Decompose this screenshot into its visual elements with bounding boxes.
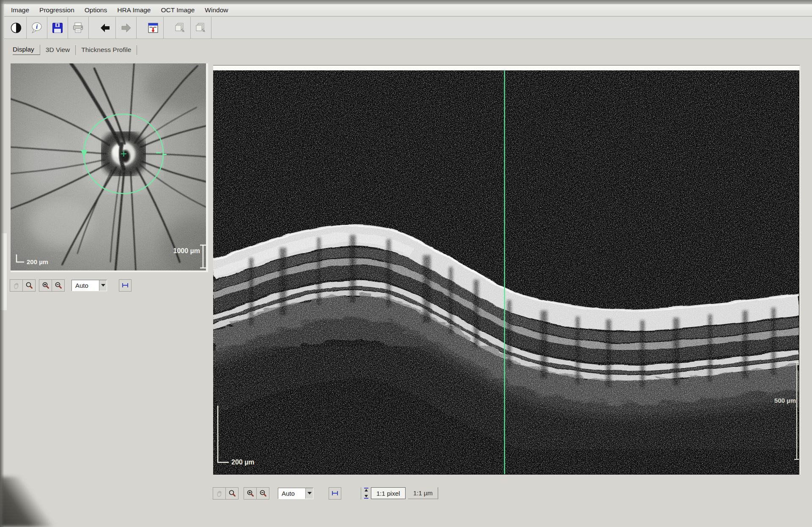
monitor-bezel-top bbox=[0, 0, 812, 4]
oct-zoom-mode-dropdown[interactable]: Auto bbox=[278, 488, 313, 499]
toolbar-separator bbox=[137, 17, 143, 38]
forward-arrow-icon bbox=[119, 21, 133, 35]
fundus-image[interactable]: 200 µm 1000 µm bbox=[11, 63, 206, 270]
info-icon: i bbox=[30, 21, 44, 35]
fundus-image-panel[interactable]: 200 µm 1000 µm bbox=[11, 63, 208, 272]
toolbar-separator bbox=[164, 17, 170, 38]
copy-stack-button-2[interactable] bbox=[191, 17, 211, 38]
dropdown-arrow-button[interactable] bbox=[99, 280, 107, 291]
fundus-zoom-button[interactable] bbox=[22, 279, 36, 292]
oct-scale-vertical-label: 500 µm bbox=[774, 397, 796, 404]
oct-zoom-in-button[interactable] bbox=[244, 487, 257, 500]
oct-image-panel[interactable]: 500 µm 200 µm bbox=[213, 65, 801, 475]
acquisition-window-icon bbox=[146, 21, 160, 35]
application-window: Image Progression Options HRA Image OCT … bbox=[0, 0, 812, 527]
monitor-corner-shadow bbox=[0, 477, 55, 527]
oct-zoom-mode-value: Auto bbox=[278, 488, 305, 499]
back-arrow-icon bbox=[99, 21, 112, 35]
info-button[interactable]: i bbox=[27, 17, 47, 38]
contrast-button[interactable] bbox=[6, 17, 27, 38]
forward-button[interactable] bbox=[116, 17, 137, 38]
chevron-down-icon bbox=[307, 492, 312, 494]
menu-window[interactable]: Window bbox=[205, 6, 228, 14]
menu-progression[interactable]: Progression bbox=[39, 6, 74, 14]
copy-stack-icon bbox=[194, 21, 208, 35]
fundus-scale-vertical-label: 1000 µm bbox=[173, 247, 200, 254]
oct-vertical-fit-button[interactable] bbox=[361, 487, 371, 500]
zoom-in-icon bbox=[41, 281, 50, 289]
toolbar: i bbox=[4, 17, 812, 39]
fundus-horizontal-fit-button[interactable] bbox=[119, 279, 132, 292]
dropdown-arrow-button[interactable] bbox=[305, 488, 313, 499]
one-to-one-pixel-button[interactable]: 1:1 pixel bbox=[371, 487, 406, 499]
tab-3d-view[interactable]: 3D View bbox=[40, 45, 76, 55]
toolbar-separator bbox=[89, 17, 95, 38]
tab-bar: Display 3D View Thickness Profile bbox=[4, 43, 137, 57]
fundus-scale-horizontal-label: 200 µm bbox=[27, 258, 48, 265]
fundus-zoom-in-button[interactable] bbox=[39, 279, 52, 292]
fundus-zoom-mode-value: Auto bbox=[72, 280, 99, 291]
oct-horizontal-fit-button[interactable] bbox=[329, 487, 341, 500]
menu-oct-image[interactable]: OCT Image bbox=[161, 6, 195, 14]
save-button[interactable] bbox=[47, 17, 68, 38]
back-button[interactable] bbox=[95, 17, 116, 38]
zoom-icon bbox=[25, 281, 33, 289]
oct-zoom-controls: Auto 1:1 pixel 1:1 µm bbox=[213, 487, 438, 500]
menu-hra-image[interactable]: HRA Image bbox=[117, 6, 151, 14]
acquisition-window-button[interactable] bbox=[143, 17, 164, 38]
print-button[interactable] bbox=[68, 17, 89, 38]
chevron-down-icon bbox=[101, 284, 105, 287]
oct-zoom-out-button[interactable] bbox=[256, 487, 269, 500]
zoom-out-icon bbox=[259, 489, 267, 497]
zoom-out-icon bbox=[54, 281, 63, 289]
oct-panel-header bbox=[213, 66, 799, 71]
menu-bar: Image Progression Options HRA Image OCT … bbox=[4, 4, 812, 16]
oct-scale-horizontal-label: 200 µm bbox=[231, 459, 255, 466]
print-icon bbox=[71, 21, 85, 35]
pan-hand-icon bbox=[215, 489, 224, 497]
tab-display[interactable]: Display bbox=[13, 45, 40, 55]
monitor-bezel-left bbox=[0, 0, 4, 527]
copy-stack-button[interactable] bbox=[170, 17, 191, 38]
contrast-icon bbox=[9, 21, 23, 35]
vertical-fit-icon bbox=[363, 487, 369, 499]
fundus-pan-button[interactable] bbox=[10, 279, 23, 292]
save-icon bbox=[51, 21, 64, 35]
pan-hand-icon bbox=[12, 281, 21, 289]
speckle-noise bbox=[213, 71, 799, 474]
oct-pan-button[interactable] bbox=[213, 487, 226, 500]
tab-thickness-profile[interactable]: Thickness Profile bbox=[76, 45, 137, 55]
fundus-zoom-out-button[interactable] bbox=[52, 279, 65, 292]
horizontal-fit-icon bbox=[331, 489, 339, 497]
zoom-in-icon bbox=[246, 489, 255, 497]
zoom-icon bbox=[228, 489, 236, 497]
oct-zoom-button[interactable] bbox=[225, 487, 239, 500]
menu-image[interactable]: Image bbox=[11, 6, 29, 14]
fundus-zoom-controls: Auto bbox=[10, 279, 132, 292]
copy-stack-icon bbox=[173, 21, 187, 35]
fundus-zoom-mode-dropdown[interactable]: Auto bbox=[71, 280, 107, 291]
one-to-one-micron-button[interactable]: 1:1 µm bbox=[408, 487, 438, 499]
horizontal-fit-icon bbox=[121, 281, 129, 289]
menu-options[interactable]: Options bbox=[85, 6, 107, 14]
oct-bscan-image[interactable]: 500 µm 200 µm bbox=[213, 71, 799, 474]
